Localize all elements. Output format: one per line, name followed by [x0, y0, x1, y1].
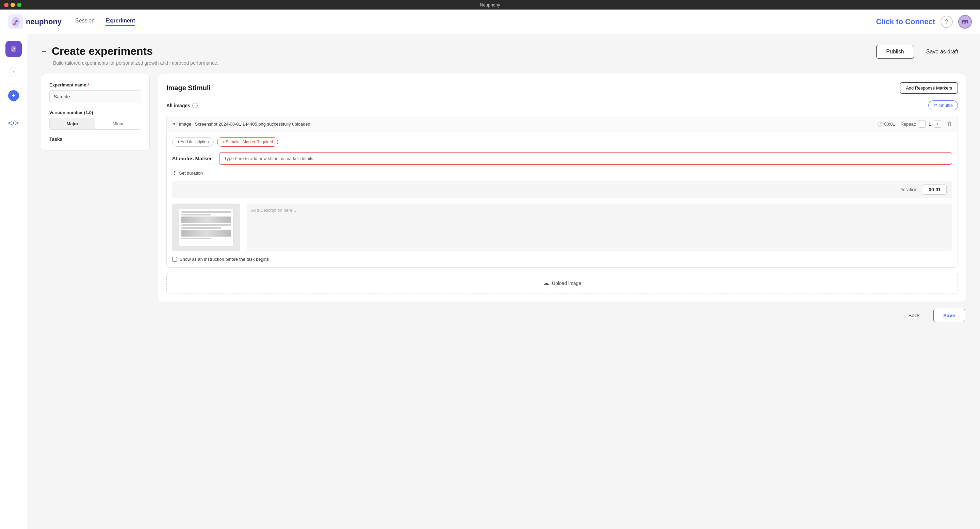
sidebar-item-rocket[interactable] [5, 41, 22, 57]
image-preview-row: Add Description here... [172, 204, 952, 251]
image-item-right: 🕐 00:01 Repeat: − 1 + [877, 120, 952, 127]
stimulus-marker-label: Stimulus Marker: [172, 156, 214, 161]
plus-icon: + [11, 92, 15, 99]
action-buttons-row: + Add description + Stimulus Marker Requ… [172, 137, 952, 147]
sidebar-expand-button[interactable]: › [9, 67, 18, 76]
image-item: ▼ Image : Screenshot 2024-08-01 144405.p… [166, 116, 958, 268]
upload-label: Upload image [552, 280, 581, 286]
right-panel: Image Stimuli Add Response Markers All i… [158, 74, 966, 322]
page-subtitle: Build tailored experiments for personali… [53, 60, 218, 66]
add-description-button[interactable]: + Add description [172, 137, 214, 147]
instruction-label: Show as an instruction before the task b… [180, 257, 269, 262]
minimize-button[interactable] [11, 3, 15, 7]
header-actions: Publish Save as draft [876, 45, 966, 59]
version-section: Version number (1.0) Major Minor [49, 110, 141, 130]
tab-experiment[interactable]: Experiment [105, 18, 135, 26]
thumb-line-5 [181, 227, 221, 229]
click-to-connect[interactable]: Click to Connect [876, 18, 935, 26]
required-star: * [88, 82, 89, 88]
bottom-actions: Back Save [158, 309, 966, 322]
version-label: Version number (1.0) [49, 110, 141, 115]
tasks-section: Tasks [49, 137, 141, 142]
tasks-label: Tasks [49, 137, 141, 142]
svg-point-1 [14, 23, 16, 25]
close-button[interactable] [4, 3, 8, 7]
version-toggle: Major Minor [49, 118, 141, 130]
sidebar-divider [7, 83, 21, 83]
set-duration-label: Set duration [179, 170, 203, 176]
thumbnail-content [179, 209, 234, 246]
duration-label: Duration: [899, 187, 919, 192]
main-container: › + </> ← Create experiments Build tailo… [0, 34, 980, 529]
logo-icon [8, 14, 23, 29]
repeat-row: Repeat: − 1 + [900, 120, 941, 127]
time-badge: 🕐 00:01 [877, 121, 895, 127]
nav-tabs: Session Experiment [75, 18, 876, 26]
publish-button[interactable]: Publish [876, 45, 914, 59]
all-images-label: All images i [166, 103, 198, 108]
chevron-right-icon: › [13, 69, 14, 74]
thumb-line-6 [181, 230, 231, 237]
upload-image-area[interactable]: ☁ Upload image [166, 273, 958, 293]
set-duration-row[interactable]: ⏱ Set duration [172, 170, 952, 176]
help-button[interactable]: ? [940, 16, 953, 28]
instruction-checkbox[interactable] [172, 257, 177, 262]
stimulus-marker-input[interactable] [219, 152, 952, 165]
description-placeholder[interactable]: Add Description here... [247, 204, 952, 251]
rocket-icon [9, 45, 18, 53]
save-draft-button[interactable]: Save as draft [918, 45, 966, 58]
page-title: Create experiments [52, 45, 153, 57]
delete-image-button[interactable]: 🗑 [947, 121, 952, 127]
experiment-name-input[interactable] [49, 90, 141, 103]
save-button[interactable]: Save [933, 309, 965, 322]
avatar[interactable]: RR [958, 15, 972, 29]
titlebar: Neuphony [0, 0, 980, 10]
experiment-layout: Experiment name * Version number (1.0) M… [41, 74, 966, 322]
stimuli-header: Image Stimuli Add Response Markers [166, 82, 958, 94]
duration-input[interactable] [923, 185, 947, 195]
minor-version-button[interactable]: Minor [95, 118, 141, 129]
image-item-left: ▼ Image : Screenshot 2024-08-01 144405.p… [172, 121, 310, 127]
traffic-lights [4, 3, 21, 7]
page-title-section: ← Create experiments Build tailored expe… [41, 45, 218, 66]
sidebar-item-add[interactable]: + [8, 90, 19, 101]
sidebar-item-code[interactable]: </> [5, 115, 22, 131]
collapse-icon[interactable]: ▼ [172, 121, 176, 126]
stimuli-card: Image Stimuli Add Response Markers All i… [158, 74, 966, 302]
repeat-controls: − 1 + [918, 120, 941, 127]
repeat-minus-button[interactable]: − [918, 120, 926, 127]
instruction-row: Show as an instruction before the task b… [172, 257, 952, 262]
image-item-header: ▼ Image : Screenshot 2024-08-01 144405.p… [167, 116, 958, 132]
stimulus-marker-row: Stimulus Marker: [172, 152, 952, 165]
image-name: Image : Screenshot 2024-08-01 144405.png… [179, 121, 310, 127]
repeat-plus-button[interactable]: + [934, 120, 941, 127]
experiment-name-label: Experiment name * [49, 82, 141, 88]
upload-icon: ☁ [543, 279, 549, 287]
duration-bar: Duration: [172, 181, 952, 198]
svg-point-2 [12, 50, 14, 51]
set-duration-icon: ⏱ [172, 170, 177, 176]
shuffle-icon: ⇄ [933, 103, 937, 108]
page-title-row: ← Create experiments [41, 45, 218, 57]
tab-session[interactable]: Session [75, 18, 95, 26]
thumb-line-4 [181, 224, 231, 226]
add-response-markers-button[interactable]: Add Response Markers [900, 82, 958, 94]
back-button[interactable]: Back [899, 309, 929, 322]
stimulus-required-button[interactable]: + Stimulus Marker Required [217, 137, 278, 147]
top-navbar: neuphony Session Experiment Click to Con… [0, 10, 980, 34]
all-images-row: All images i ⇄ Shuffle [166, 100, 958, 110]
content-area: ← Create experiments Build tailored expe… [27, 34, 980, 529]
page-header: ← Create experiments Build tailored expe… [41, 45, 966, 66]
major-version-button[interactable]: Major [50, 118, 95, 129]
window-title: Neuphony [480, 2, 500, 8]
back-arrow-button[interactable]: ← [41, 47, 48, 55]
experiment-name-field: Experiment name * [49, 82, 141, 103]
repeat-count: 1 [927, 121, 932, 127]
thumb-line-2 [181, 214, 211, 215]
thumb-line-1 [181, 211, 231, 213]
thumb-line-3 [181, 217, 231, 223]
logo[interactable]: neuphony [8, 14, 62, 29]
image-item-body: + Add description + Stimulus Marker Requ… [167, 132, 958, 267]
maximize-button[interactable] [17, 3, 21, 7]
shuffle-button[interactable]: ⇄ Shuffle [928, 100, 958, 110]
